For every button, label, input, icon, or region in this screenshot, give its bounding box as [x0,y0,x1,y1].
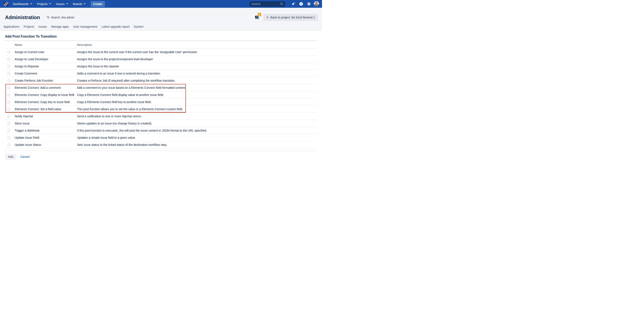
table-row: Notify Hipchat Send a notification to on… [5,113,317,120]
radio-button[interactable] [7,50,10,54]
table-row: Elements Connect: Copy display to issue … [5,91,317,98]
admin-tab[interactable]: Manage apps [51,25,69,28]
post-function-name: Notify Hipchat [15,114,33,118]
announcements-button[interactable] [290,1,296,7]
radio-button[interactable] [7,129,10,132]
post-function-description: If this post-function is executed, Jira … [77,129,207,132]
post-function-name: Create Perforce Job Function [15,79,53,82]
admin-tab[interactable]: Applications [4,25,20,28]
table-row: Elements Connect: Add a comment Add a co… [5,84,317,91]
post-function-description: Sets issue status to the linked status o… [77,143,167,146]
cancel-link[interactable]: Cancel [20,155,30,158]
settings-button[interactable] [306,1,312,7]
post-function-table: Assign to Current User Assigns the issue… [5,48,317,148]
topnav-menu-label: Projects [37,2,48,6]
radio-button[interactable] [7,122,10,125]
feedback-count-badge: 1 [258,13,261,16]
topnav-menu-item[interactable]: Boards [73,2,85,6]
page-section-title: Administration [5,14,40,20]
site-logo-icon[interactable] [3,1,9,7]
post-function-description: Copy a Elements Connect field key to ano… [77,100,152,104]
admin-search-button[interactable]: Search Jira admin [47,16,75,19]
add-button[interactable]: Add [5,154,16,160]
table-row: Store Issue Stores updates to an issue (… [5,120,317,127]
table-row: Elements Connect: Copy key to issue fiel… [5,98,317,106]
admin-search-label: Search Jira admin [51,16,75,19]
back-to-project-button[interactable]: ↰ Back to project: Be Kind Rewind 1 [263,14,318,21]
post-function-description: Assigns the issue to the project/compone… [77,58,153,61]
feedback-button[interactable]: ! 1 [254,14,260,20]
radio-button[interactable] [7,136,10,139]
jira-admin-screen: Dashboards Projects Issues Boards Create… [0,0,322,162]
admin-header-band: Administration Search Jira admin ! 1 ↰ B… [0,8,322,30]
search-input[interactable] [250,2,285,6]
radio-button[interactable] [7,143,10,146]
radio-button[interactable] [7,65,10,68]
table-row: Update Issue Status Sets issue status to… [5,141,317,148]
post-function-description: Updates a simple issue field to a given … [77,136,136,139]
page-title: Add Post Function To Transition [5,30,317,41]
radio-button[interactable] [7,72,10,75]
column-header-description: Description [77,43,92,46]
search-icon [280,2,284,6]
megaphone-icon [291,2,295,6]
table-row: Assign to Lead Developer Assigns the iss… [5,56,317,63]
post-function-name: Trigger a Webhook [15,129,40,132]
post-function-name: Store Issue [15,122,30,125]
post-function-name: Assign to Current User [15,50,44,54]
create-button[interactable]: Create [90,1,105,7]
radio-button[interactable] [7,100,10,104]
topnav-menu-label: Issues [56,2,64,6]
table-row: Trigger a Webhook If this post-function … [5,127,317,134]
svg-text:!: ! [256,16,257,18]
post-function-name: Create Comment [15,72,37,75]
chevron-down-icon [30,2,32,4]
gear-icon [307,2,311,6]
post-function-description: Add a comment to your issue based on a E… [77,86,186,90]
table-row: Create Perforce Job Function Creates a P… [5,77,317,84]
admin-tab[interactable]: Projects [24,25,34,28]
radio-button[interactable] [7,108,10,110]
admin-tab[interactable]: User management [73,25,97,28]
back-arrow-icon: ↰ [266,16,269,19]
post-function-name: Elements Connect: Copy key to issue fiel… [15,100,70,104]
table-row: Create Comment Adds a comment to an issu… [5,70,317,77]
post-function-name: Update Issue Status [15,143,41,146]
topnav-menu-item[interactable]: Issues [56,2,67,6]
table-row: Update Issue Field Updates a simple issu… [5,134,317,141]
admin-tab[interactable]: Latest upgrade report [102,25,130,28]
radio-button[interactable] [7,86,10,89]
table-row: Elements Connect: Set a field value This… [5,106,317,113]
post-function-name: Elements Connect: Set a field value [15,108,61,111]
radio-button[interactable] [7,115,10,118]
form-actions: Add Cancel [5,154,317,160]
post-function-description: Assigns the issue to the current user if… [77,50,198,54]
post-function-name: Update Issue Field [15,136,39,139]
post-function-description: Send a notification to one or more Hipch… [77,114,142,118]
topnav-menu-item[interactable]: Projects [37,2,51,6]
table-header: Name Description [5,41,317,48]
table-row: Assign to Reporter Assigns the issue to … [5,63,317,70]
admin-tabs: Applications Projects Issues Manage apps… [0,23,322,30]
post-function-description: Adds a comment to an issue if one is ent… [77,72,161,75]
main-content: Add Post Function To Transition Name Des… [0,30,322,160]
chevron-down-icon [66,2,68,4]
search-icon [47,16,50,19]
column-header-name: Name [15,43,22,46]
post-function-name: Elements Connect: Add a comment [15,86,60,90]
post-function-name: Elements Connect: Copy display to issue … [15,93,74,96]
radio-button[interactable] [7,94,10,96]
topnav-search-box [250,1,285,7]
topnav-menu-item[interactable]: Dashboards [13,2,32,6]
admin-tab[interactable]: System [134,25,144,28]
admin-tab[interactable]: Issues [38,25,47,28]
radio-button[interactable] [7,79,10,82]
user-avatar[interactable] [314,1,319,6]
chevron-down-icon [84,2,86,4]
help-button[interactable]: ? [298,1,304,7]
post-function-name: Assign to Lead Developer [15,58,48,61]
post-function-description: This post function allows you to set the… [77,108,183,111]
radio-button[interactable] [7,58,10,61]
topnav-menus: Dashboards Projects Issues Boards [13,2,85,6]
admin-header-row: Administration Search Jira admin ! 1 ↰ B… [0,12,322,23]
